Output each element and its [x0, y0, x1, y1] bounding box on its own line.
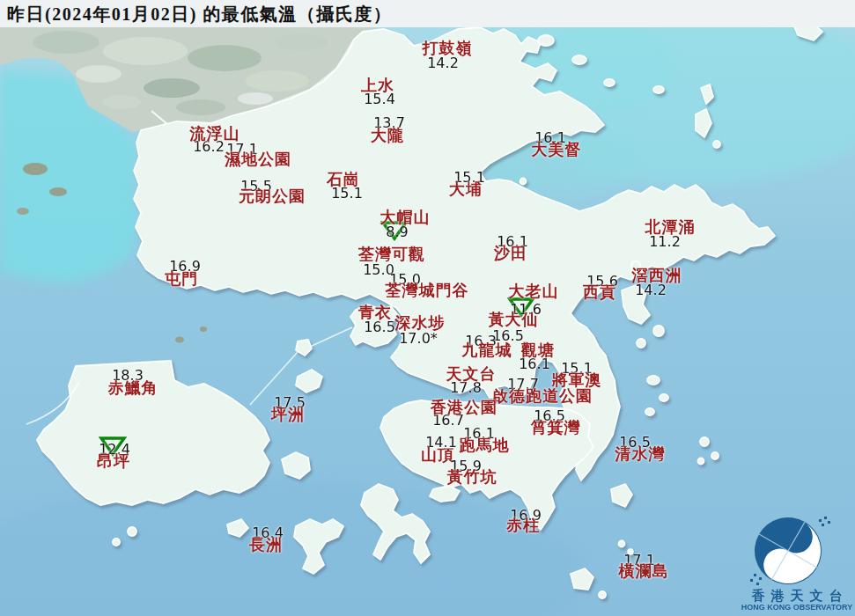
- station-name: 香港公園: [431, 397, 498, 418]
- station-name: 九龍城: [462, 340, 512, 361]
- station-name: 天文台: [446, 363, 497, 385]
- station-name: 昂坪: [97, 451, 130, 472]
- station-name: 上水: [361, 75, 394, 96]
- station-name: 跑馬地: [460, 435, 510, 456]
- station-name: 荃灣可觀: [358, 244, 425, 265]
- station-name: 大隴: [371, 125, 404, 146]
- station-name: 長洲: [249, 534, 283, 555]
- hko-min-temp-map-page: 昨日(2024年01月02日) 的最低氣溫（攝氏度） 14.2 打鼓嶺 15.4…: [0, 0, 855, 616]
- station-name: 坪洲: [271, 404, 305, 425]
- station-name: 赤鱲角: [108, 378, 158, 399]
- station-name: 黃大仙: [489, 309, 539, 330]
- station-name: 啟德跑道公園: [492, 385, 593, 407]
- station-name: 橫瀾島: [619, 561, 669, 582]
- hko-logo: 香港天文台 HONG KONG OBSERVATORY: [741, 510, 852, 614]
- station-name: 大美督: [532, 139, 582, 160]
- station-name: 石崗: [327, 169, 360, 190]
- station-name: 滘西洲: [632, 265, 682, 286]
- station-name: 沙田: [494, 243, 527, 264]
- station-name: 濕地公園: [225, 149, 291, 170]
- station-name: 西貢: [583, 282, 616, 303]
- station-name: 筲箕灣: [531, 417, 581, 438]
- station-name: 北潭涌: [645, 216, 696, 238]
- station-name: 大帽山: [380, 207, 431, 228]
- station-name: 青衣: [358, 302, 392, 323]
- station-name: 深水埗: [395, 312, 446, 334]
- station-name: 清水灣: [615, 444, 666, 465]
- station-name: 荃灣城門谷: [386, 280, 469, 301]
- station-name: 赤柱: [506, 515, 540, 536]
- hko-logo-icon: [741, 510, 852, 588]
- station-labels-layer: 14.2 打鼓嶺 15.4 上水 13.7 大隴 16.2 流浮山 17.1 濕…: [0, 0, 855, 616]
- station-name: 元朗公園: [239, 186, 306, 207]
- station-name: 大埔: [449, 179, 483, 200]
- station-name: 大老山: [509, 281, 559, 302]
- station-name: 屯門: [165, 268, 198, 290]
- station-name: 觀塘: [521, 340, 555, 361]
- station-name: 黃竹坑: [447, 466, 498, 488]
- station-name: 打鼓嶺: [423, 38, 473, 59]
- hko-logo-english-name: HONG KONG OBSERVATORY: [738, 603, 855, 612]
